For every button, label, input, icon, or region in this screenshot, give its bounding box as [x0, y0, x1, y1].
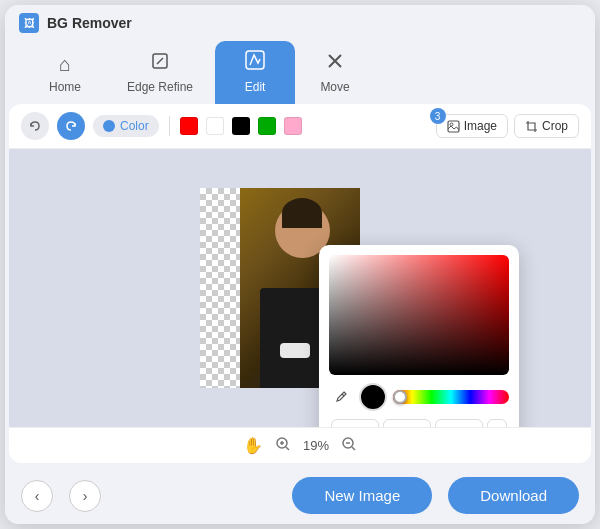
undo-button[interactable]	[21, 112, 49, 140]
app-icon: 🖼	[19, 13, 39, 33]
b-input[interactable]	[435, 419, 483, 427]
redo-button[interactable]	[57, 112, 85, 140]
canvas-area[interactable]: R G B ⇕	[9, 149, 591, 427]
swatch-pink[interactable]	[284, 117, 302, 135]
edge-refine-icon	[150, 51, 170, 76]
color-btn-label: Color	[120, 119, 149, 133]
toolbar: Color 3 Image	[9, 104, 591, 149]
swatch-white[interactable]	[206, 117, 224, 135]
hue-slider[interactable]	[393, 390, 509, 404]
move-icon	[325, 51, 345, 76]
app-title: BG Remover	[47, 15, 132, 31]
hue-slider-thumb	[393, 390, 407, 404]
swatch-black[interactable]	[232, 117, 250, 135]
new-image-button[interactable]: New Image	[292, 477, 432, 514]
prev-button[interactable]: ‹	[21, 480, 53, 512]
tab-home-label: Home	[49, 80, 81, 94]
app-window: 🖼 BG Remover ⌂ Home Edge Refine	[5, 5, 595, 524]
b-input-wrap: B	[435, 419, 483, 427]
hand-icon: ✋	[243, 436, 263, 455]
color-button[interactable]: Color	[93, 115, 159, 137]
title-bar: 🖼 BG Remover	[5, 5, 595, 41]
tab-edit[interactable]: Edit	[215, 41, 295, 104]
badge: 3	[430, 108, 446, 124]
svg-rect-2	[448, 121, 459, 132]
tab-move-label: Move	[320, 80, 349, 94]
current-color-swatch[interactable]	[359, 383, 387, 411]
next-button[interactable]: ›	[69, 480, 101, 512]
color-picker-popup: R G B ⇕	[319, 245, 519, 427]
g-input[interactable]	[383, 419, 431, 427]
crop-button[interactable]: Crop	[514, 114, 579, 138]
home-icon: ⌂	[59, 53, 71, 76]
zoom-percent: 19%	[303, 438, 329, 453]
color-gradient[interactable]	[329, 255, 509, 375]
status-bar: ✋ 19%	[9, 427, 591, 463]
image-button[interactable]: Image	[436, 114, 508, 138]
toolbar-right: 3 Image Crop	[436, 114, 579, 138]
r-input[interactable]	[331, 419, 379, 427]
svg-point-3	[450, 123, 453, 126]
tab-edge-refine[interactable]: Edge Refine	[105, 43, 215, 104]
eyedropper-button[interactable]	[329, 385, 353, 409]
image-btn-wrap: 3 Image	[436, 114, 508, 138]
r-input-wrap: R	[331, 419, 379, 427]
image-btn-label: Image	[464, 119, 497, 133]
color-dot	[103, 120, 115, 132]
svg-rect-1	[246, 51, 264, 69]
zoom-in-button[interactable]	[275, 436, 291, 455]
hue-slider-wrap	[393, 390, 509, 404]
tab-move[interactable]: Move	[295, 43, 375, 104]
rgb-mode-button[interactable]: ⇕	[487, 419, 507, 427]
nav-tabs: ⌂ Home Edge Refine Edit	[5, 41, 595, 104]
color-picker-controls	[329, 383, 509, 411]
swatch-red[interactable]	[180, 117, 198, 135]
g-input-wrap: G	[383, 419, 431, 427]
swatch-green[interactable]	[258, 117, 276, 135]
tab-home[interactable]: ⌂ Home	[25, 45, 105, 104]
edit-icon	[244, 49, 266, 76]
tab-edit-label: Edit	[245, 80, 266, 94]
zoom-out-button[interactable]	[341, 436, 357, 455]
toolbar-divider-1	[169, 116, 170, 136]
bottom-bar: ‹ › New Image Download	[5, 467, 595, 524]
main-content: Color 3 Image	[9, 104, 591, 463]
tab-edge-refine-label: Edge Refine	[127, 80, 193, 94]
rgb-inputs: R G B ⇕	[329, 419, 509, 427]
crop-btn-label: Crop	[542, 119, 568, 133]
download-button[interactable]: Download	[448, 477, 579, 514]
